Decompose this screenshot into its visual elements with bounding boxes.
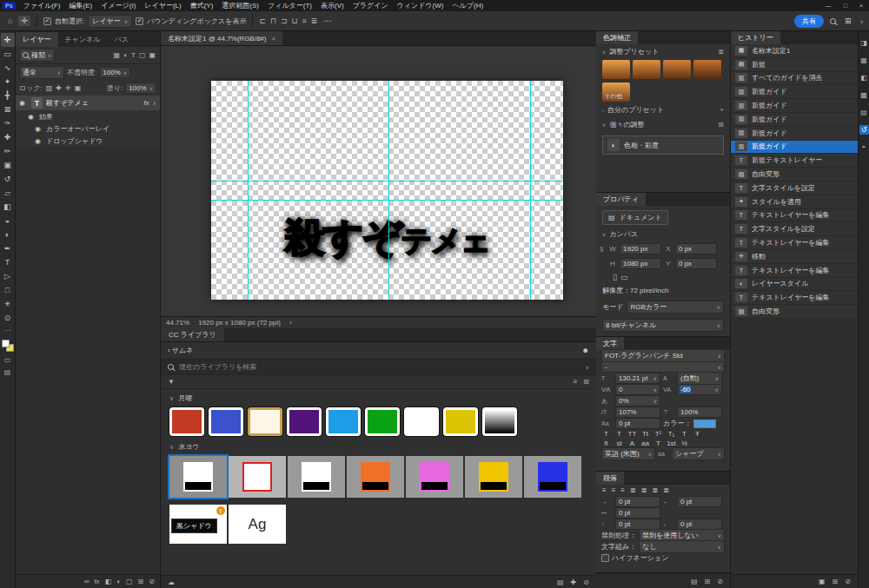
library-group-header[interactable]: ∨ 月曜 [161,389,596,406]
portrait-orientation-icon[interactable]: ▯ [613,273,617,281]
more-options-icon[interactable]: ⋯ [321,16,334,26]
add-preset-icon[interactable]: + [720,106,724,114]
layer-style-icon[interactable]: fx [94,578,99,585]
history-item[interactable]: ▧ 自由変形 [731,305,858,319]
align-center-h-icon[interactable]: ⊓ [270,17,276,25]
frame-tool[interactable]: ⊠ [1,102,15,116]
zoom-tool[interactable]: ⊙ [1,311,15,325]
menu-item[interactable]: イメージ(I) [96,0,140,11]
font-size-select[interactable]: 130.21 pt∨ [615,373,660,384]
history-item[interactable]: T テキストレイヤーを編集 [731,264,858,278]
chevron-down-icon[interactable]: ∨ [586,364,589,370]
guide-horizontal[interactable] [211,200,563,201]
auto-select-checkbox[interactable]: ✓ [43,17,51,25]
tab-paragraph[interactable]: 段落 [596,472,624,485]
opentype-button[interactable]: T [653,439,663,447]
lock-transparency-icon[interactable]: ▨ [45,84,54,92]
filter-smart-icon[interactable]: ▣ [148,51,156,59]
shape-tool[interactable]: □ [1,283,15,297]
crop-tool[interactable]: ╋ [1,89,15,102]
layer-mask-icon[interactable]: ◧ [105,578,112,585]
effect-row[interactable]: ◉ カラーオーバーレイ [16,122,160,135]
format-button[interactable]: T [680,430,689,438]
share-button[interactable]: 共有 [794,15,824,28]
history-item[interactable]: ▥ 新規ガイド [731,99,858,113]
history-item[interactable]: ▤ 新規 [731,58,858,72]
opentype-button[interactable]: fi [601,439,611,447]
history-item[interactable]: ▦ 名称未設定1 [731,44,858,58]
y-field[interactable]: 0 px [675,258,717,269]
grid-view-icon[interactable]: ⊞ [583,378,589,386]
format-button[interactable]: T [614,430,624,438]
history-brush-tool[interactable]: ↺ [1,172,15,186]
history-item[interactable]: T 文字スタイルを設定 [731,222,858,236]
visibility-eye-icon[interactable]: ◉ [35,125,43,133]
align-right-icon[interactable]: ⊐ [281,17,288,25]
filter-icon[interactable]: ▼ [168,378,175,386]
photoshop-logo-icon[interactable]: Ps [3,2,16,10]
color-swatch[interactable] [287,407,322,436]
format-button[interactable]: T¹ [653,430,663,438]
canvas-text-layer[interactable]: 殺すぞテメェ [285,211,490,265]
font-family-select[interactable]: FOT-ラグランパンチ Std∨ [601,349,725,362]
hand-tool[interactable]: ✳ [1,297,15,311]
eyedropper-tool[interactable]: ✑ [1,116,15,130]
history-item[interactable]: ▥ すべてのガイドを消去 [731,72,858,86]
grid-view-icon[interactable]: ⊞ [718,121,724,129]
menu-item[interactable]: 編集(E) [65,0,97,11]
color-swatch[interactable] [443,407,478,436]
menu-item[interactable]: ファイル(F) [19,0,65,11]
x-field[interactable]: 0 px [675,243,717,254]
tracking-select[interactable]: -60∨ [677,384,722,395]
color-swatch[interactable] [365,407,400,436]
status-chevron-icon[interactable]: › [289,319,292,327]
filter-type-icon[interactable]: T [130,51,136,59]
layer-group-icon[interactable]: ▢ [126,578,133,585]
color-swatch[interactable] [248,407,282,436]
link-dimensions-icon[interactable]: § [600,245,606,253]
history-item[interactable]: ▧ 自由変形 [731,168,858,182]
menu-item[interactable]: ヘルプ(H) [448,0,488,11]
individual-adjustments-header[interactable]: ∨ 個々の調整 ⊞ [596,117,730,132]
window-control-button[interactable]: × [853,2,869,10]
style-tile[interactable] [347,456,404,498]
window-control-button[interactable]: □ [838,2,853,10]
menu-item[interactable]: フィルター(T) [263,0,316,11]
visibility-eye-icon[interactable]: ◉ [35,137,43,145]
mojikumi-select[interactable]: なし∨ [639,540,725,553]
history-item[interactable]: ✦ スタイルを適用 [731,195,858,209]
brush-tool[interactable]: ✏ [1,144,15,158]
height-field[interactable]: 1080 px [620,258,661,269]
history-item[interactable]: T テキストレイヤーを編集 [731,291,858,305]
leading-select[interactable]: (自動)∨ [677,372,722,385]
search-icon[interactable] [830,18,836,24]
history-item[interactable]: ▥ 新規ガイド [731,141,858,155]
format-button[interactable]: T₁ [667,430,676,438]
libraries-panel-icon[interactable]: ▤ [859,108,869,117]
path-selection-tool[interactable]: ▷ [1,269,15,283]
navigator-panel-icon[interactable]: ◓ [859,142,869,152]
type-tool[interactable]: T [1,255,15,269]
history-item[interactable]: ▥ 新規ガイド [731,113,858,127]
healing-brush-tool[interactable]: ✚ [1,130,15,144]
menu-item[interactable]: 表示(V) [316,0,348,11]
active-tool-icon[interactable]: ✛ [18,16,30,26]
color-swatch[interactable] [326,407,361,436]
history-item[interactable]: ◐ レイヤースタイル [731,278,858,292]
canvas[interactable]: 殺すぞテメェ [211,81,563,300]
delete-item-icon[interactable]: ⊘ [717,578,723,585]
tab-character[interactable]: 文字 [596,337,624,350]
account-avatar-icon[interactable]: ☻ [582,347,589,354]
panel-list-icon[interactable]: ▤ [691,578,698,585]
add-to-library-icon[interactable]: ✚ [571,578,577,586]
history-item[interactable]: ▥ 新規ガイド [731,127,858,141]
foreground-background-colors[interactable] [2,340,14,352]
justify-last-right-icon[interactable]: ≣ [652,486,658,494]
tab-adjustments[interactable]: 色調補正 [596,31,638,44]
history-item[interactable]: ✛ 移動 [731,250,858,264]
text-color-swatch[interactable] [693,420,716,428]
cloud-sync-icon[interactable]: ☁ [168,578,175,586]
document-tab[interactable]: 名称未設定1 @ 44.7%(RGB/8#) × [161,31,282,45]
antialias-select[interactable]: シャープ∨ [672,447,725,460]
canvas-section-header[interactable]: ∨ カンバス [596,227,730,241]
